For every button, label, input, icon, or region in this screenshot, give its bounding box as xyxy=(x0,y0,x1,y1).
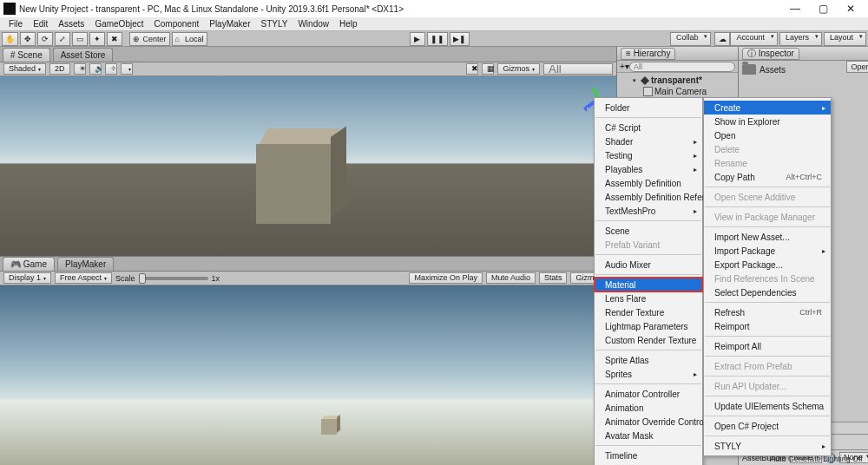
menu-item[interactable]: Open C# Project xyxy=(704,419,831,433)
menu-item[interactable]: Shader xyxy=(595,134,702,148)
hierarchy-search[interactable] xyxy=(629,62,735,72)
scene-cam-icon[interactable]: ✖ xyxy=(466,63,478,75)
menu-item[interactable]: Show in Explorer xyxy=(704,115,831,128)
menu-item[interactable]: Select Dependencies xyxy=(704,285,831,299)
tab-asset-store[interactable]: Asset Store xyxy=(53,48,114,62)
menu-item[interactable]: Assembly Definition xyxy=(595,176,702,190)
menu-item[interactable]: Material xyxy=(595,278,702,291)
collab-dropdown[interactable]: Collab xyxy=(670,32,712,46)
menu-playmaker[interactable]: PlayMaker xyxy=(204,19,255,29)
hierarchy-scene-row[interactable]: ▾transparent* xyxy=(619,75,736,86)
menu-window[interactable]: Window xyxy=(293,19,334,29)
menu-item[interactable]: Animation xyxy=(595,401,702,415)
stats-button[interactable]: Stats xyxy=(539,272,568,284)
maximize-on-play[interactable]: Maximize On Play xyxy=(409,272,483,284)
menu-item[interactable]: Custom Render Texture xyxy=(595,333,702,347)
inspector-title[interactable]: ⓘ Inspector xyxy=(742,48,799,60)
tool-hand[interactable]: ✋ xyxy=(2,32,18,46)
aspect-select[interactable]: Free Aspect xyxy=(55,272,112,284)
menu-item[interactable]: Render Texture xyxy=(595,305,702,319)
tool-rotate[interactable]: ⟳ xyxy=(37,32,53,46)
menu-item: Extract From Prefab xyxy=(704,359,831,373)
menu-item[interactable]: Folder xyxy=(595,101,702,115)
menu-item[interactable]: Update UIElements Schema xyxy=(704,399,831,413)
tool-move[interactable]: ✥ xyxy=(20,32,36,46)
create-submenu[interactable]: FolderC# ScriptShaderTestingPlayablesAss… xyxy=(594,97,703,465)
menu-item[interactable]: RefreshCtrl+R xyxy=(704,305,831,319)
scene-fx-drop[interactable] xyxy=(121,63,133,75)
game-view[interactable] xyxy=(0,285,616,465)
menu-item[interactable]: C# Script xyxy=(595,121,702,134)
layout-dropdown[interactable]: Layout xyxy=(824,32,866,46)
menu-item[interactable]: Reimport xyxy=(704,319,831,333)
scene-grid-icon[interactable]: ▦ xyxy=(482,63,494,75)
menu-gameobject[interactable]: GameObject xyxy=(89,19,148,29)
menu-item[interactable]: STYLY xyxy=(704,439,831,453)
play-button[interactable]: ▶ xyxy=(410,32,425,46)
menu-item[interactable]: Export Package... xyxy=(704,258,831,272)
menu-item[interactable]: Create xyxy=(704,101,831,115)
tool-scale[interactable]: ⤢ xyxy=(55,32,70,46)
menu-item[interactable]: Reimport All xyxy=(704,339,831,353)
menu-help[interactable]: Help xyxy=(334,19,363,29)
tab-scene[interactable]: # Scene xyxy=(3,48,50,62)
open-button[interactable]: Open xyxy=(846,61,868,73)
scene-search[interactable] xyxy=(543,63,613,75)
menu-item[interactable]: Playables xyxy=(595,162,702,176)
gizmos-dropdown[interactable]: Gizmos xyxy=(497,63,540,75)
maximize-button[interactable]: ▢ xyxy=(809,1,837,16)
scene-audio-icon[interactable]: 🔊 xyxy=(89,63,102,75)
layers-dropdown[interactable]: Layers xyxy=(779,32,822,46)
tool-transform[interactable]: ✦ xyxy=(89,32,105,46)
menu-item[interactable]: Scene xyxy=(595,224,702,238)
menu-component[interactable]: Component xyxy=(149,19,205,29)
tool-custom[interactable]: ✖ xyxy=(107,32,122,46)
menu-item[interactable]: Audio Mixer xyxy=(595,258,702,272)
cloud-button[interactable]: ☁ xyxy=(714,32,730,46)
scene-light-icon[interactable]: ☀ xyxy=(74,63,86,75)
menu-item[interactable]: TextMeshPro xyxy=(595,204,702,218)
menu-item[interactable]: Lens Flare xyxy=(595,291,702,305)
scene-fx-icon[interactable]: ✧ xyxy=(105,63,117,75)
menu-item[interactable]: Copy PathAlt+Ctrl+C xyxy=(704,170,831,184)
menu-item[interactable]: Sprites xyxy=(595,367,702,381)
tab-playmaker[interactable]: PlayMaker xyxy=(57,257,114,271)
menu-item[interactable]: Timeline xyxy=(595,449,702,462)
account-dropdown[interactable]: Account xyxy=(730,32,778,46)
menu-item[interactable]: Animator Override Controller xyxy=(595,415,702,429)
handle-mode[interactable]: ⌂ Local xyxy=(172,32,207,46)
menu-item[interactable]: Animator Controller xyxy=(595,387,702,401)
menu-item[interactable]: Sprite Atlas xyxy=(595,353,702,367)
scene-cube[interactable] xyxy=(256,128,343,224)
menu-item[interactable]: Import Package xyxy=(704,244,831,258)
menu-item[interactable]: Open xyxy=(704,128,831,142)
scene-view[interactable] xyxy=(0,76,616,256)
shading-mode[interactable]: Shaded xyxy=(3,63,46,75)
menu-item[interactable]: Lightmap Parameters xyxy=(595,319,702,333)
tab-game[interactable]: 🎮 Game xyxy=(3,257,55,271)
hierarchy-create[interactable]: +▾ xyxy=(620,62,629,71)
game-cube xyxy=(321,416,340,435)
menu-styly[interactable]: STYLY xyxy=(255,19,293,29)
pause-button[interactable]: ❚❚ xyxy=(427,32,448,46)
hierarchy-title[interactable]: ≡ Hierarchy xyxy=(621,48,675,60)
menu-item[interactable]: Import New Asset... xyxy=(704,230,831,244)
hierarchy-item-camera[interactable]: Main Camera xyxy=(619,86,736,97)
menu-item[interactable]: Avatar Mask xyxy=(595,429,702,442)
hierarchy-icon: ≡ xyxy=(626,49,631,58)
step-button[interactable]: ▶❚ xyxy=(450,32,470,46)
display-select[interactable]: Display 1 xyxy=(3,272,51,284)
tool-rect[interactable]: ▭ xyxy=(72,32,88,46)
menu-edit[interactable]: Edit xyxy=(28,19,53,29)
close-button[interactable]: ✕ xyxy=(837,1,865,16)
menu-item[interactable]: Assembly Definition Reference xyxy=(595,190,702,204)
menu-file[interactable]: File xyxy=(3,19,28,29)
assets-context-menu[interactable]: CreateShow in ExplorerOpenDeleteRenameCo… xyxy=(703,97,832,456)
minimize-button[interactable]: — xyxy=(781,1,809,16)
mode-2d[interactable]: 2D xyxy=(49,63,70,75)
mute-audio[interactable]: Mute Audio xyxy=(486,272,536,284)
menu-assets[interactable]: Assets xyxy=(53,19,89,29)
pivot-mode[interactable]: ⊕ Center xyxy=(129,32,170,46)
scale-slider[interactable] xyxy=(139,277,208,280)
menu-item[interactable]: Testing xyxy=(595,148,702,162)
